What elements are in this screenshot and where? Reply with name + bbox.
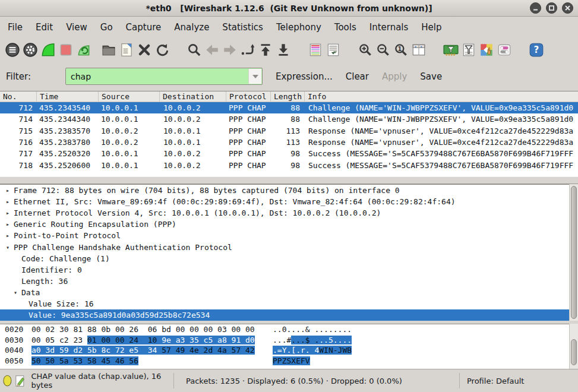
menu-file[interactable]: File (1, 17, 29, 37)
restart-capture-button[interactable] (75, 41, 93, 59)
hex-row-0040[interactable]: 0040a0 3d 59 d2 5b 8c 72 e5 34 57 49 4e … (0, 345, 569, 356)
details-scrollbar[interactable] (569, 184, 578, 321)
expression-button[interactable]: Expression... (276, 71, 333, 82)
reload-button[interactable] (153, 41, 171, 59)
filter-label: Filter: (0, 71, 65, 82)
detail-row-ip[interactable]: ▸Internet Protocol Version 4, Src: 10.0.… (0, 207, 569, 219)
packet-row-715[interactable]: 715435.238357010.0.0.210.0.0.1PPP CHAP11… (0, 125, 578, 137)
go-to-top-icon (258, 42, 273, 58)
detail-row-chap[interactable]: ▾PPP Challenge Handshake Authentication … (0, 241, 569, 252)
detail-row-ppp[interactable]: ▸Point-to-Point Protocol (0, 230, 569, 241)
coloring-rules-button[interactable] (478, 41, 495, 59)
profile-status[interactable]: Profile: Default (460, 377, 578, 385)
detail-row-length[interactable]: Length: 36 (0, 276, 569, 287)
filter-input[interactable]: chap (65, 68, 263, 85)
detail-row-ethernet[interactable]: ▸Ethernet II, Src: Vmware_89:69:4f (00:0… (0, 196, 569, 207)
menu-help[interactable]: Help (415, 17, 448, 37)
filter-value: chap (71, 72, 91, 81)
hex-scrollbar[interactable] (569, 324, 578, 369)
resize-columns-button[interactable] (410, 41, 428, 59)
stop-capture-icon (58, 42, 74, 58)
column-header-protocol[interactable]: Protocol (226, 91, 271, 102)
open-file-button[interactable] (100, 41, 118, 59)
collapsed-twisty-icon[interactable]: ▸ (4, 198, 14, 205)
close-button[interactable] (562, 2, 573, 14)
detail-row-gre[interactable]: ▸Generic Routing Encapsulation (PPP) (0, 219, 569, 230)
menu-analyze[interactable]: Analyze (168, 17, 216, 37)
column-header-info[interactable]: Info (305, 91, 578, 102)
column-header-source[interactable]: Source (99, 91, 160, 102)
zoom-in-button[interactable] (356, 41, 374, 59)
detail-row-value[interactable]: Value: 9ea335c5a891d0a03d59d25b8c72e534 (0, 309, 569, 321)
go-back-button[interactable] (203, 41, 221, 59)
hex-scrollbar-thumb[interactable] (571, 339, 577, 365)
auto-scroll-button[interactable] (324, 41, 342, 59)
packet-row-714[interactable]: 714435.234434010.0.0.110.0.0.2PPP CHAP88… (0, 113, 578, 125)
collapsed-twisty-icon[interactable]: ▸ (4, 210, 14, 216)
stop-capture-button[interactable] (57, 41, 75, 59)
collapsed-twisty-icon[interactable]: ▸ (4, 187, 14, 194)
capture-filters-button[interactable] (442, 41, 460, 59)
details-scrollbar-thumb[interactable] (571, 186, 577, 319)
menu-capture[interactable]: Capture (119, 17, 168, 37)
find-packet-button[interactable] (185, 41, 203, 59)
interfaces-icon (5, 42, 20, 58)
save-button[interactable]: Save (420, 71, 442, 82)
preferences-button[interactable] (495, 41, 513, 59)
hex-row-0050[interactable]: 005050 50 5a 53 58 45 46 56PPZSXEFV (0, 356, 569, 366)
zoom-in-icon (358, 42, 373, 58)
menu-tools[interactable]: Tools (328, 17, 363, 37)
expanded-twisty-icon[interactable]: ▾ (4, 244, 14, 251)
title-bar[interactable]: *eth0 [Wireshark 1.12.6 (Git Rev Unknown… (0, 0, 578, 17)
close-capture-button[interactable] (135, 41, 153, 59)
column-header-no[interactable]: No. (0, 91, 37, 102)
menu-edit[interactable]: Edit (29, 17, 59, 37)
go-forward-button[interactable] (221, 41, 239, 59)
detail-row-frame[interactable]: ▸Frame 712: 88 bytes on wire (704 bits),… (0, 185, 569, 196)
column-header-destination[interactable]: Destination (160, 91, 226, 102)
menu-statistics[interactable]: Statistics (216, 17, 270, 37)
maximize-button[interactable] (546, 2, 557, 14)
help-button[interactable]: ? (528, 41, 545, 59)
go-to-packet-button[interactable] (239, 41, 257, 59)
detail-row-identifier[interactable]: Identifier: 0 (0, 264, 569, 276)
capture-comment-icon[interactable] (15, 374, 26, 388)
capture-options-button[interactable] (21, 41, 39, 59)
packet-row-712[interactable]: 712435.234354010.0.0.110.0.0.2PPP CHAP88… (0, 102, 578, 113)
expanded-twisty-icon[interactable]: ▾ (11, 289, 21, 296)
apply-button[interactable]: Apply (382, 71, 407, 82)
column-header-length[interactable]: Length (271, 91, 305, 102)
detail-row-code[interactable]: Code: Challenge (1) (0, 253, 569, 264)
close-icon (564, 5, 571, 11)
collapsed-twisty-icon[interactable]: ▸ (4, 232, 14, 239)
clear-button[interactable]: Clear (346, 71, 369, 82)
pane-splitter-top[interactable] (0, 176, 578, 184)
hex-row-0020[interactable]: 002000 02 30 81 88 0b 00 26 06 bd 00 00 … (0, 324, 569, 335)
packet-row-718[interactable]: 718435.252060010.0.0.110.0.0.2PPP CHAP98… (0, 159, 578, 170)
display-filters-button[interactable] (460, 41, 478, 59)
menu-internals[interactable]: Internals (363, 17, 415, 37)
packet-list-pane: No. Time Source Destination Protocol Len… (0, 91, 578, 176)
hex-row-0030[interactable]: 003000 05 c2 23 01 00 00 24 10 9e a3 35 … (0, 335, 569, 346)
menu-view[interactable]: View (59, 17, 94, 37)
packet-row-716[interactable]: 716435.238378010.0.0.210.0.0.1PPP CHAP11… (0, 137, 578, 148)
collapsed-twisty-icon[interactable]: ▸ (4, 221, 14, 227)
detail-row-value-size[interactable]: Value Size: 16 (0, 298, 569, 309)
menu-go[interactable]: Go (94, 17, 119, 37)
menu-telephony[interactable]: Telephony (270, 17, 328, 37)
detail-row-data[interactable]: ▾Data (0, 287, 569, 298)
expert-info-icon[interactable] (3, 374, 12, 387)
save-file-button[interactable] (118, 41, 135, 59)
filter-dropdown-button[interactable] (248, 69, 261, 84)
go-to-top-button[interactable] (257, 41, 274, 59)
column-header-time[interactable]: Time (37, 91, 99, 102)
packet-row-717[interactable]: 717435.252032010.0.0.110.0.0.2PPP CHAP98… (0, 148, 578, 159)
start-capture-button[interactable] (39, 41, 57, 59)
zoom-out-button[interactable] (374, 41, 392, 59)
interfaces-button[interactable] (4, 41, 21, 59)
zoom-100-button[interactable]: 1 (392, 41, 410, 59)
go-to-bottom-button[interactable] (274, 41, 292, 59)
go-to-packet-icon (240, 42, 255, 58)
colorize-button[interactable] (307, 41, 324, 59)
minimize-button[interactable] (530, 2, 541, 14)
